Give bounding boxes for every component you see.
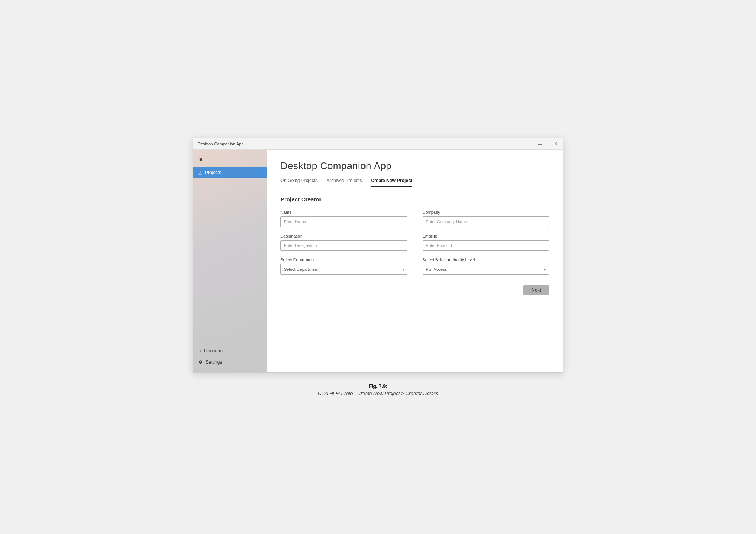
next-button[interactable]: Next	[523, 285, 549, 295]
caption-text: DCA Hi-Fi Proto - Create New Project > C…	[318, 390, 438, 396]
form-group-email: Email Id	[423, 234, 550, 251]
tab-ongoing[interactable]: On Going Projects	[280, 178, 318, 187]
tab-create[interactable]: Create New Project	[371, 178, 412, 187]
maximize-button[interactable]: □	[545, 141, 550, 146]
select-authority[interactable]: Full Access Read Only Admin	[423, 264, 550, 275]
label-email: Email Id	[423, 234, 550, 238]
app-window: Desktop Companion App — □ ✕ ≡ △ Projects	[193, 138, 563, 373]
menu-icon[interactable]: ≡	[193, 153, 267, 167]
username-label: Username	[204, 348, 225, 353]
label-company: Company	[423, 210, 550, 215]
window-controls: — □ ✕	[538, 141, 558, 146]
main-content: Desktop Companion App On Going Projects …	[267, 150, 563, 372]
app-title: Desktop Companion App	[280, 160, 549, 172]
window-title: Desktop Companion App	[198, 142, 244, 146]
caption: Fig. 7.9: DCA Hi-Fi Proto - Create New P…	[318, 383, 438, 396]
label-designation: Designation	[280, 234, 407, 238]
form-group-company: Company	[423, 210, 550, 227]
section-title: Project Creator	[280, 196, 549, 202]
form-footer: Next	[280, 285, 549, 295]
settings-icon: ⚙	[198, 360, 203, 365]
label-authority: Select Select Authority Level	[423, 258, 550, 262]
projects-icon: △	[198, 170, 202, 175]
label-department: Select Department	[280, 258, 407, 262]
select-wrapper-authority: Full Access Read Only Admin	[423, 264, 550, 275]
tab-archived[interactable]: Archived Projects	[327, 178, 362, 187]
sidebar-item-projects[interactable]: △ Projects	[193, 167, 267, 178]
sidebar-item-label: Projects	[205, 170, 221, 175]
input-name[interactable]	[280, 216, 407, 227]
form-group-designation: Designation	[280, 234, 407, 251]
tabs: On Going Projects Archived Projects Crea…	[280, 178, 549, 187]
form-group-authority: Select Select Authority Level Full Acces…	[423, 258, 550, 275]
form-group-department: Select Department Select Department	[280, 258, 407, 275]
page-wrapper: Desktop Companion App — □ ✕ ≡ △ Projects	[193, 138, 563, 396]
caption-title: Fig. 7.9:	[318, 383, 438, 389]
title-bar: Desktop Companion App — □ ✕	[193, 138, 563, 150]
settings-label: Settings	[206, 360, 222, 365]
form-grid: Name Company Designation	[280, 210, 549, 275]
sidebar-bottom: ○ Username ⚙ Settings	[193, 345, 267, 372]
sidebar-item-settings[interactable]: ⚙ Settings	[193, 357, 267, 368]
select-wrapper-department: Select Department	[280, 264, 407, 275]
sidebar-nav: △ Projects	[193, 167, 267, 345]
input-company[interactable]	[423, 216, 550, 227]
form-group-name: Name	[280, 210, 407, 227]
select-department[interactable]: Select Department	[280, 264, 407, 275]
app-layout: ≡ △ Projects ○ Username ⚙ Settings	[193, 150, 563, 372]
minimize-button[interactable]: —	[538, 141, 542, 146]
user-icon: ○	[198, 348, 201, 353]
label-name: Name	[280, 210, 407, 215]
sidebar-item-username[interactable]: ○ Username	[193, 345, 267, 357]
input-designation[interactable]	[280, 240, 407, 251]
input-email[interactable]	[423, 240, 550, 251]
sidebar: ≡ △ Projects ○ Username ⚙ Settings	[193, 150, 267, 372]
close-button[interactable]: ✕	[553, 141, 558, 146]
